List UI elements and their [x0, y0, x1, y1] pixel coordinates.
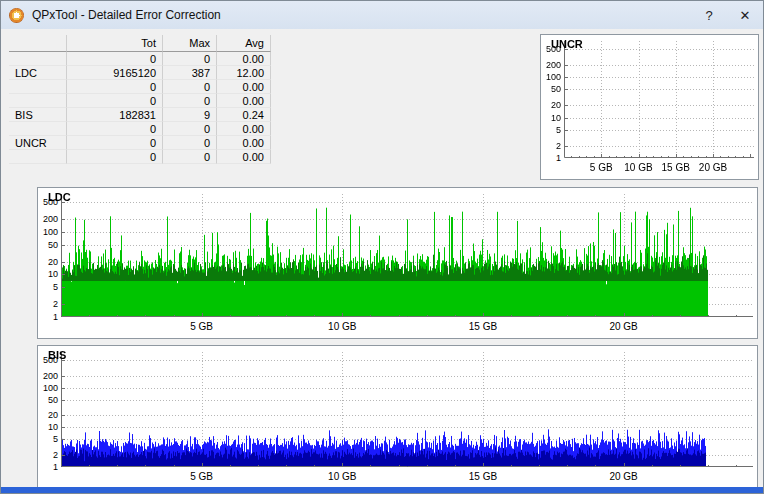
stats-row-3-avg: 0.00: [217, 94, 271, 108]
stats-row-1-label: LDC: [9, 66, 67, 80]
help-button[interactable]: ?: [691, 1, 727, 29]
stats-row-3-tot: 0: [67, 94, 163, 108]
ldc-plot-canvas: [61, 194, 753, 317]
ldc-chart-panel: LDC 1251020501002005005 GB10 GB15 GB20 G…: [37, 187, 758, 339]
window-title: QPxTool - Detailed Error Correction: [32, 8, 221, 22]
stats-row-6-tot: 0: [67, 136, 163, 150]
app-disc-icon: [9, 8, 24, 23]
stats-row-4-label: BIS: [9, 108, 67, 122]
uncr-y-tick-label: 20: [541, 100, 561, 110]
bis-plot-area: [61, 352, 753, 467]
ldc-x-tick-label: 5 GB: [180, 321, 224, 332]
bis-y-tick-label: 100: [38, 383, 58, 393]
uncr-chart-panel: UNCR 1251020501002005005 GB10 GB15 GB20 …: [540, 34, 759, 180]
ldc-x-tick-label: 10 GB: [320, 321, 364, 332]
stats-row-6-avg: 0.00: [217, 136, 271, 150]
bis-plot-canvas: [61, 352, 753, 467]
uncr-y-tick-label: 200: [541, 60, 561, 70]
stats-row-0-max: 0: [163, 52, 217, 66]
stats-row-3-label: [9, 94, 67, 108]
stats-row-5-tot: 0: [67, 122, 163, 136]
stats-row-0-tot: 0: [67, 52, 163, 66]
error-stats-table: Tot Max Avg 000.00LDC916512038712.00000.…: [9, 35, 271, 164]
bis-chart-title: BIS: [48, 349, 66, 361]
stats-row-3-max: 0: [163, 94, 217, 108]
stats-row-7-avg: 0.00: [217, 150, 271, 164]
stats-row-5-label: [9, 122, 67, 136]
stats-header-corner: [9, 35, 67, 52]
uncr-chart-title: UNCR: [551, 38, 583, 50]
stats-row-5-max: 0: [163, 122, 217, 136]
titlebar[interactable]: QPxTool - Detailed Error Correction ? ✕: [1, 1, 763, 29]
stats-row-4-tot: 182831: [67, 108, 163, 122]
window-bottom-accent: [1, 487, 763, 493]
uncr-y-tick-label: 50: [541, 84, 561, 94]
ldc-y-tick-label: 20: [38, 257, 58, 267]
uncr-y-tick-label: 100: [541, 72, 561, 82]
ldc-y-tick-label: 2: [38, 299, 58, 309]
ldc-x-tick-label: 15 GB: [461, 321, 505, 332]
ldc-y-tick-label: 50: [38, 240, 58, 250]
uncr-y-tick-label: 5: [541, 125, 561, 135]
stats-row-7-tot: 0: [67, 150, 163, 164]
bis-y-tick-label: 5: [38, 434, 58, 444]
stats-row-0-label: [9, 52, 67, 66]
stats-row-5-avg: 0.00: [217, 122, 271, 136]
stats-row-2-max: 0: [163, 80, 217, 94]
bis-x-tick-label: 5 GB: [180, 471, 224, 482]
bis-y-tick-label: 1: [38, 462, 58, 472]
bis-x-tick-label: 15 GB: [461, 471, 505, 482]
ldc-y-tick-label: 200: [38, 214, 58, 224]
ldc-x-tick-label: 20 GB: [602, 321, 646, 332]
stats-row-6-max: 0: [163, 136, 217, 150]
stats-row-1-avg: 12.00: [217, 66, 271, 80]
bis-x-tick-label: 20 GB: [602, 471, 646, 482]
uncr-plot-area: [564, 41, 754, 158]
ldc-y-tick-label: 5: [38, 282, 58, 292]
stats-header-max: Max: [163, 35, 217, 52]
stats-row-1-tot: 9165120: [67, 66, 163, 80]
bis-y-tick-label: 200: [38, 371, 58, 381]
bis-y-tick-label: 2: [38, 450, 58, 460]
stats-row-0-avg: 0.00: [217, 52, 271, 66]
stats-row-2-tot: 0: [67, 80, 163, 94]
bis-y-tick-label: 50: [38, 395, 58, 405]
close-button[interactable]: ✕: [727, 1, 763, 29]
uncr-y-tick-label: 10: [541, 113, 561, 123]
stats-header-tot: Tot: [67, 35, 163, 52]
uncr-y-tick-label: 1: [541, 153, 561, 163]
ldc-y-tick-label: 1: [38, 312, 58, 322]
ldc-chart-title: LDC: [48, 191, 71, 203]
qpxtool-window: QPxTool - Detailed Error Correction ? ✕ …: [0, 0, 764, 494]
bis-y-tick-label: 10: [38, 422, 58, 432]
stats-row-4-avg: 0.24: [217, 108, 271, 122]
stats-row-7-label: [9, 150, 67, 164]
stats-header-avg: Avg: [217, 35, 271, 52]
ldc-plot-area: [61, 194, 753, 317]
stats-row-7-max: 0: [163, 150, 217, 164]
bis-y-tick-label: 20: [38, 410, 58, 420]
bis-x-tick-label: 10 GB: [320, 471, 364, 482]
stats-row-4-max: 9: [163, 108, 217, 122]
stats-row-2-avg: 0.00: [217, 80, 271, 94]
stats-row-1-max: 387: [163, 66, 217, 80]
stats-row-6-label: UNCR: [9, 136, 67, 150]
uncr-y-tick-label: 2: [541, 141, 561, 151]
ldc-y-tick-label: 10: [38, 269, 58, 279]
uncr-plot-canvas: [564, 41, 754, 158]
uncr-x-tick-label: 20 GB: [691, 162, 735, 173]
ldc-y-tick-label: 100: [38, 227, 58, 237]
stats-row-2-label: [9, 80, 67, 94]
bis-chart-panel: BIS 1251020501002005005 GB10 GB15 GB20 G…: [37, 345, 758, 489]
